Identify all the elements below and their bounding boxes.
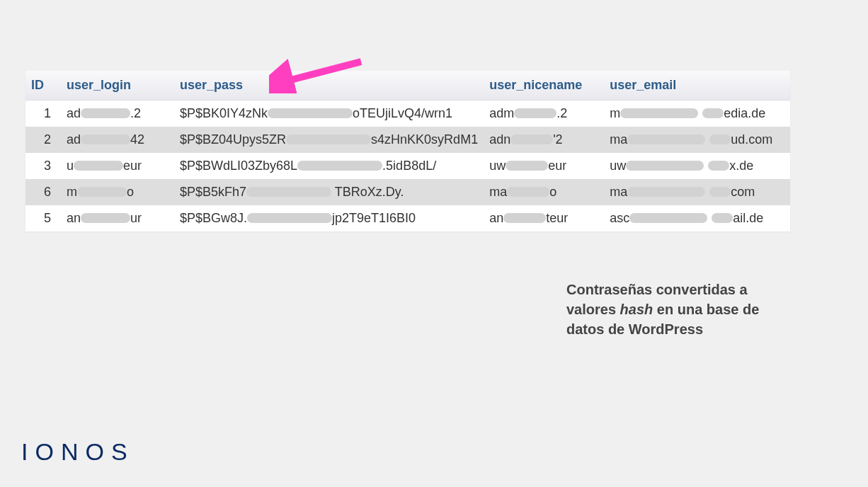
cell-id: 5	[25, 205, 61, 231]
redaction-smudge	[626, 161, 704, 171]
col-user-login: user_login	[61, 71, 174, 101]
db-table: ID user_login user_pass user_nicename us…	[25, 71, 790, 231]
redaction-smudge	[514, 108, 556, 118]
cell-id: 6	[25, 179, 61, 205]
redaction-smudge	[268, 108, 353, 118]
table-row: 1ad.2$P$BK0IY4zNkoTEUjiLvQ4/wrn1adm.2med…	[25, 101, 790, 127]
col-user-nicename: user_nicename	[484, 71, 604, 101]
cell-user-pass: $P$BWdLI03Zby68L.5idB8dL/	[174, 153, 484, 179]
cell-user-nicename: adn'2	[484, 127, 604, 153]
cell-user-pass: $P$BK0IY4zNkoTEUjiLvQ4/wrn1	[174, 101, 484, 127]
cell-id: 1	[25, 101, 61, 127]
cell-user-email: ascail.de	[604, 205, 790, 231]
cell-user-login: ad.2	[61, 101, 174, 127]
redaction-smudge	[708, 161, 729, 171]
redaction-smudge	[709, 134, 731, 144]
cell-user-login: ad42	[61, 127, 174, 153]
redaction-smudge	[286, 134, 371, 144]
redaction-smudge	[629, 213, 707, 223]
cell-user-login: anur	[61, 205, 174, 231]
cell-user-email: uwx.de	[604, 153, 790, 179]
cell-user-pass: $P$BZ04Upys5ZRs4zHnKK0syRdM1	[174, 127, 484, 153]
redaction-smudge	[77, 187, 127, 197]
table-row: 5anur$P$BGw8J.jp2T9eT1I6BI0anteurascail.…	[25, 205, 790, 231]
col-user-email: user_email	[604, 71, 790, 101]
redaction-smudge	[297, 161, 382, 171]
cell-user-pass: $P$BGw8J.jp2T9eT1I6BI0	[174, 205, 484, 231]
cell-user-login: ueur	[61, 153, 174, 179]
cell-user-nicename: uweur	[484, 153, 604, 179]
header-row: ID user_login user_pass user_nicename us…	[25, 71, 790, 101]
redaction-smudge	[247, 213, 332, 223]
cell-id: 2	[25, 127, 61, 153]
cell-user-email: macom	[604, 179, 790, 205]
redaction-smudge	[503, 213, 546, 223]
redaction-smudge	[620, 108, 698, 118]
cell-user-pass: $P$B5kFh7 TBRoXz.Dy.	[174, 179, 484, 205]
redaction-smudge	[81, 108, 130, 118]
cell-user-nicename: adm.2	[484, 101, 604, 127]
redaction-smudge	[709, 187, 731, 197]
cell-id: 3	[25, 153, 61, 179]
redaction-smudge	[506, 161, 548, 171]
cell-user-nicename: anteur	[484, 205, 604, 231]
cell-user-nicename: mao	[484, 179, 604, 205]
table-row: 2ad42$P$BZ04Upys5ZRs4zHnKK0syRdM1adn'2ma…	[25, 127, 790, 153]
cell-user-email: media.de	[604, 101, 790, 127]
caption-text: Contraseñas convertidas a valores hash e…	[566, 280, 779, 339]
col-id: ID	[25, 71, 61, 101]
redaction-smudge	[712, 213, 733, 223]
caption-hash: hash	[620, 302, 653, 317]
redaction-smudge	[81, 213, 130, 223]
redaction-smudge	[510, 134, 553, 144]
cell-user-email: maud.com	[604, 127, 790, 153]
table-row: 6mo$P$B5kFh7 TBRoXz.Dy.maomacom	[25, 179, 790, 205]
redaction-smudge	[702, 108, 724, 118]
table-row: 3ueur$P$BWdLI03Zby68L.5idB8dL/uweuruwx.d…	[25, 153, 790, 179]
col-user-pass: user_pass	[174, 71, 484, 101]
users-table: ID user_login user_pass user_nicename us…	[25, 71, 790, 231]
ionos-logo: IONOS	[21, 438, 135, 466]
cell-user-login: mo	[61, 179, 174, 205]
redaction-smudge	[246, 187, 331, 197]
redaction-smudge	[627, 134, 705, 144]
redaction-smudge	[507, 187, 549, 197]
redaction-smudge	[74, 161, 123, 171]
redaction-smudge	[627, 187, 705, 197]
redaction-smudge	[81, 134, 130, 144]
